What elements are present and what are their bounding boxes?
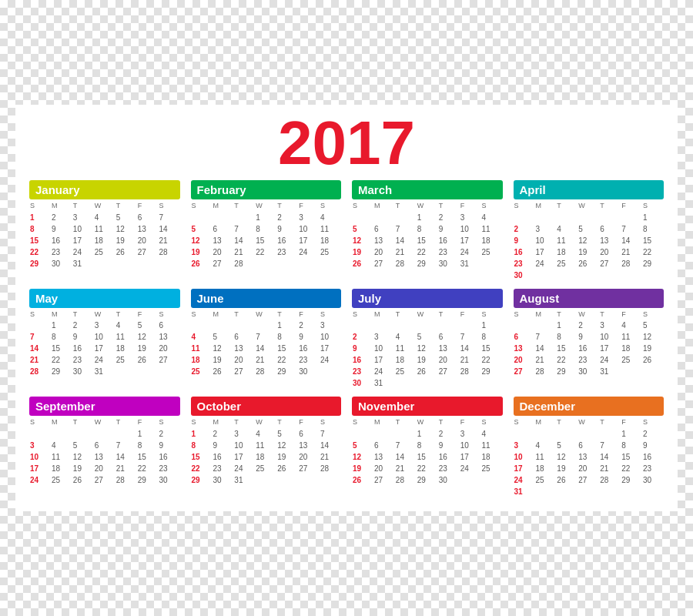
day-cell: 6 — [159, 320, 180, 331]
day-cell: 20 — [212, 246, 233, 258]
day-cell: · — [514, 428, 535, 440]
day-cell: 4 — [395, 331, 417, 343]
day-cell: 28 — [395, 474, 417, 486]
day-header-label: T — [395, 310, 417, 320]
day-cell: 20 — [373, 246, 395, 258]
day-header-label: S — [514, 417, 535, 428]
day-cell: 16 — [438, 451, 460, 463]
day-header-label: S — [320, 417, 341, 428]
day-cell: · — [137, 258, 159, 270]
day-cell: · — [599, 486, 621, 497]
month-header-july: July — [352, 289, 503, 308]
day-cell: 26 — [642, 354, 664, 366]
day-cell: 30 — [212, 474, 233, 486]
month-days-june: SMTWTFS····12345678910111213141516171819… — [191, 310, 342, 378]
month-block-march: MarchSMTWTFS···1234567891011121314151617… — [352, 180, 503, 281]
day-header-label: T — [599, 417, 621, 428]
day-cell: 9 — [276, 223, 298, 235]
day-cell: 18 — [534, 463, 556, 474]
day-cell: 5 — [72, 440, 94, 451]
month-days-december: SMTWTFS·····1234567891011121314151617181… — [514, 417, 665, 497]
day-cell: 29 — [417, 258, 438, 270]
day-cell: 30 — [51, 258, 72, 270]
day-cell: 2 — [514, 223, 535, 235]
day-cell: · — [116, 428, 137, 440]
day-cell: 18 — [191, 354, 213, 366]
day-cell: 6 — [212, 223, 233, 235]
day-cell: 14 — [255, 343, 276, 354]
day-cell: 17 — [320, 343, 341, 354]
day-cell: · — [481, 474, 503, 486]
day-header-label: M — [51, 201, 72, 212]
day-cell: · — [255, 474, 276, 486]
day-cell: 28 — [599, 474, 621, 486]
day-cell: 17 — [460, 451, 481, 463]
months-grid: JanuarySMTWTFS12345678910111213141516171… — [29, 180, 664, 497]
day-header-label: F — [137, 201, 159, 212]
day-cell: 3 — [460, 428, 481, 440]
day-header-label: S — [352, 417, 373, 428]
day-cell: 23 — [352, 366, 373, 377]
day-cell: 7 — [29, 331, 51, 343]
day-cell: 30 — [514, 270, 535, 281]
day-cell: 6 — [233, 331, 255, 343]
day-cell: 5 — [352, 440, 373, 451]
day-cell: 18 — [395, 354, 417, 366]
day-header-label: S — [481, 417, 503, 428]
day-header-label: T — [233, 201, 255, 212]
day-cell: · — [534, 212, 556, 223]
day-header-label: T — [72, 417, 94, 428]
day-cell: 17 — [298, 235, 320, 246]
day-cell: 18 — [94, 235, 116, 246]
day-header-label: W — [255, 310, 276, 320]
day-cell: 29 — [481, 366, 503, 377]
day-cell: 3 — [460, 212, 481, 223]
day-cell: · — [29, 428, 51, 440]
day-cell: 5 — [191, 223, 213, 235]
month-header-august: August — [514, 289, 665, 308]
day-cell: 2 — [51, 212, 72, 223]
day-cell: 16 — [72, 343, 94, 354]
day-cell: 9 — [72, 331, 94, 343]
day-cell: 7 — [599, 440, 621, 451]
day-header-label: F — [621, 201, 642, 212]
month-header-february: February — [191, 180, 342, 199]
day-cell: · — [94, 428, 116, 440]
day-cell: 18 — [255, 451, 276, 463]
day-cell: 13 — [298, 440, 320, 451]
day-cell: · — [534, 486, 556, 497]
day-cell: 19 — [212, 354, 233, 366]
day-cell: 20 — [514, 354, 535, 366]
day-header-label: T — [556, 201, 578, 212]
day-cell: · — [578, 486, 599, 497]
day-cell: 6 — [514, 331, 535, 343]
day-cell: · — [534, 320, 556, 331]
day-header-label: S — [29, 310, 51, 320]
day-cell: 4 — [320, 212, 341, 223]
day-cell: 3 — [320, 320, 341, 331]
day-cell: 9 — [51, 223, 72, 235]
day-cell: 22 — [29, 246, 51, 258]
day-cell: 20 — [94, 463, 116, 474]
day-cell: 19 — [116, 235, 137, 246]
day-cell: 2 — [276, 212, 298, 223]
day-header-label: F — [460, 201, 481, 212]
day-cell: 27 — [514, 366, 535, 377]
day-cell: 1 — [276, 320, 298, 331]
day-cell: 7 — [233, 223, 255, 235]
day-cell: 30 — [159, 474, 180, 486]
day-cell: 17 — [72, 235, 94, 246]
day-cell: 31 — [599, 366, 621, 377]
day-cell: 16 — [51, 235, 72, 246]
day-cell: 13 — [438, 343, 460, 354]
day-cell: 1 — [556, 320, 578, 331]
day-cell: 8 — [621, 440, 642, 451]
day-cell: 21 — [255, 354, 276, 366]
day-cell: 23 — [514, 258, 535, 270]
month-header-january: January — [29, 180, 180, 199]
day-cell: 6 — [373, 223, 395, 235]
day-cell: 10 — [29, 451, 51, 463]
day-cell: 12 — [137, 331, 159, 343]
day-header-label: W — [578, 201, 599, 212]
day-cell: · — [534, 270, 556, 281]
